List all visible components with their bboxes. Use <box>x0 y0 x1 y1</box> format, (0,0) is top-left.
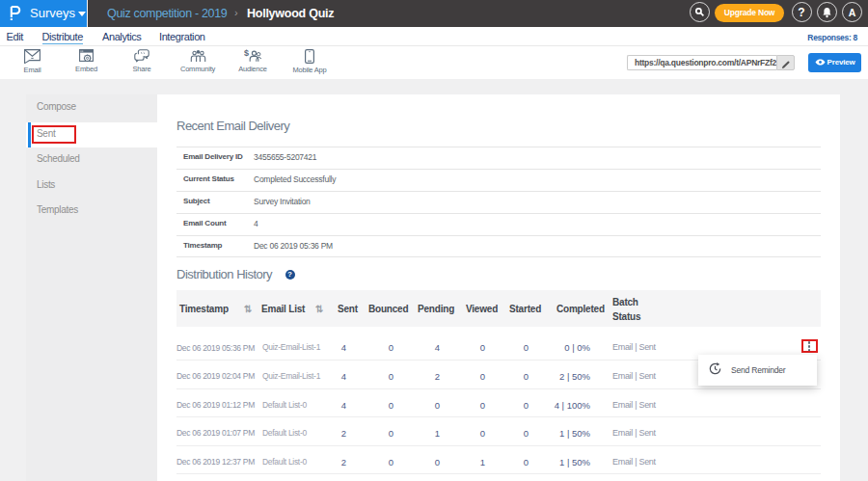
svg-text:$: $ <box>244 49 249 58</box>
